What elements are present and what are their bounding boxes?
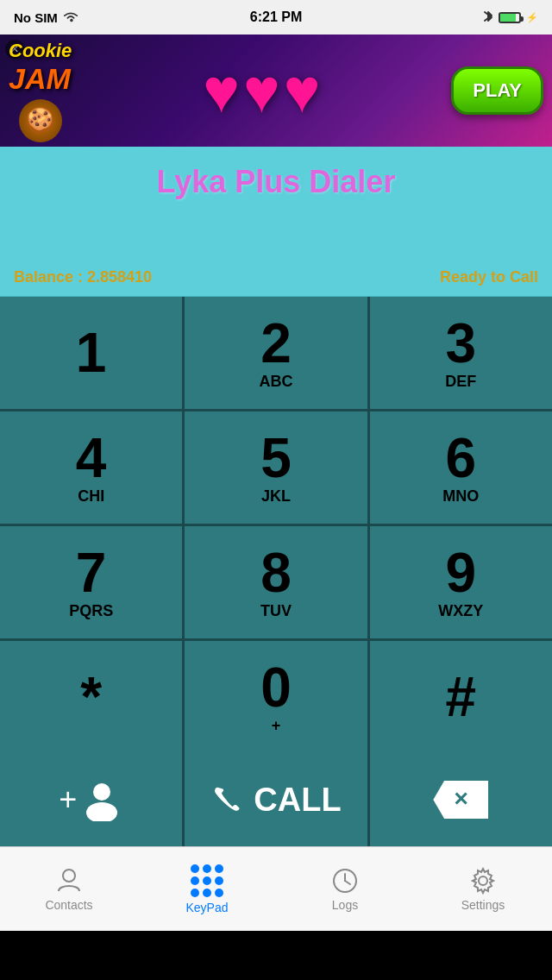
keypad-grid: 12ABC3DEF4CHI5JKL6MNO7PQRS8TUV9WXZY*0+# bbox=[0, 297, 552, 753]
call-content: CALL bbox=[210, 782, 341, 819]
settings-tab-label: Settings bbox=[461, 898, 505, 912]
key-2[interactable]: 2ABC bbox=[185, 297, 367, 409]
tab-keypad[interactable]: KeyPad bbox=[138, 847, 276, 931]
add-contact-button[interactable]: + bbox=[0, 753, 182, 846]
battery-bolt: ⚡ bbox=[526, 12, 538, 23]
ad-logo: Cookie JAM 🍪 bbox=[9, 40, 72, 142]
ad-logo-top: Cookie bbox=[9, 40, 72, 62]
phone-icon bbox=[210, 783, 243, 816]
status-right: ⚡ bbox=[483, 9, 538, 27]
svg-point-2 bbox=[63, 870, 75, 882]
key-9[interactable]: 9WXZY bbox=[370, 526, 552, 638]
ad-banner: ✕ Cookie JAM 🍪 ♥ ♥ ♥ PLAY bbox=[0, 35, 552, 147]
battery-icon bbox=[499, 12, 521, 23]
keypad-icon bbox=[191, 864, 223, 897]
key-7[interactable]: 7PQRS bbox=[0, 526, 182, 638]
play-button[interactable]: PLAY bbox=[451, 66, 543, 115]
logs-tab-label: Logs bbox=[332, 898, 358, 912]
status-bar: No SIM 6:21 PM ⚡ bbox=[0, 0, 552, 35]
dialer-header: Lyka Plus Dialer bbox=[0, 147, 552, 259]
contacts-icon bbox=[55, 867, 83, 895]
call-status-label: Ready to Call bbox=[440, 268, 538, 286]
backspace-icon: ✕ bbox=[433, 781, 488, 819]
tab-logs[interactable]: Logs bbox=[276, 847, 414, 931]
action-bar: + CALL ✕ bbox=[0, 753, 552, 846]
status-left: No SIM bbox=[14, 10, 78, 25]
dialer-info: Balance : 2.858410 Ready to Call bbox=[0, 259, 552, 297]
ad-logo-bottom: JAM bbox=[9, 62, 71, 95]
dialer-title: Lyka Plus Dialer bbox=[157, 164, 396, 200]
hearts-display: ♥ ♥ ♥ bbox=[203, 60, 320, 122]
balance-label: Balance : 2.858410 bbox=[14, 268, 152, 286]
heart-3: ♥ bbox=[284, 60, 321, 122]
call-button[interactable]: CALL bbox=[185, 753, 367, 846]
wifi-icon bbox=[63, 10, 78, 25]
svg-line-5 bbox=[345, 881, 350, 884]
key-4[interactable]: 4CHI bbox=[0, 411, 182, 524]
carrier-label: No SIM bbox=[14, 10, 58, 25]
settings-icon bbox=[469, 867, 497, 895]
bluetooth-icon bbox=[483, 9, 493, 27]
key-0[interactable]: 0+ bbox=[185, 641, 367, 753]
tab-contacts[interactable]: Contacts bbox=[0, 847, 138, 931]
heart-1: ♥ bbox=[203, 60, 240, 122]
cookie-icon: 🍪 bbox=[19, 99, 62, 142]
svg-point-1 bbox=[86, 802, 117, 821]
key-1[interactable]: 1 bbox=[0, 297, 182, 409]
time-display: 6:21 PM bbox=[250, 9, 302, 25]
contacts-tab-label: Contacts bbox=[45, 898, 92, 912]
key-6[interactable]: 6MNO bbox=[370, 411, 552, 524]
svg-point-0 bbox=[93, 783, 110, 801]
svg-point-6 bbox=[479, 876, 487, 885]
key-3[interactable]: 3DEF bbox=[370, 297, 552, 409]
logs-icon bbox=[331, 867, 359, 895]
dialer-display bbox=[0, 207, 552, 242]
contact-silhouette-icon bbox=[80, 778, 123, 821]
keypad-tab-label: KeyPad bbox=[185, 901, 228, 914]
key-8[interactable]: 8TUV bbox=[185, 526, 367, 638]
call-label: CALL bbox=[254, 782, 341, 819]
tab-settings[interactable]: Settings bbox=[414, 847, 552, 931]
backspace-button[interactable]: ✕ bbox=[370, 753, 552, 846]
tab-bar: Contacts KeyPad Logs Settings bbox=[0, 846, 552, 931]
heart-2: ♥ bbox=[243, 60, 280, 122]
key-5[interactable]: 5JKL bbox=[185, 411, 367, 524]
key-star[interactable]: * bbox=[0, 641, 182, 753]
key-hash[interactable]: # bbox=[370, 641, 552, 753]
add-contact-icon: + bbox=[59, 778, 123, 821]
